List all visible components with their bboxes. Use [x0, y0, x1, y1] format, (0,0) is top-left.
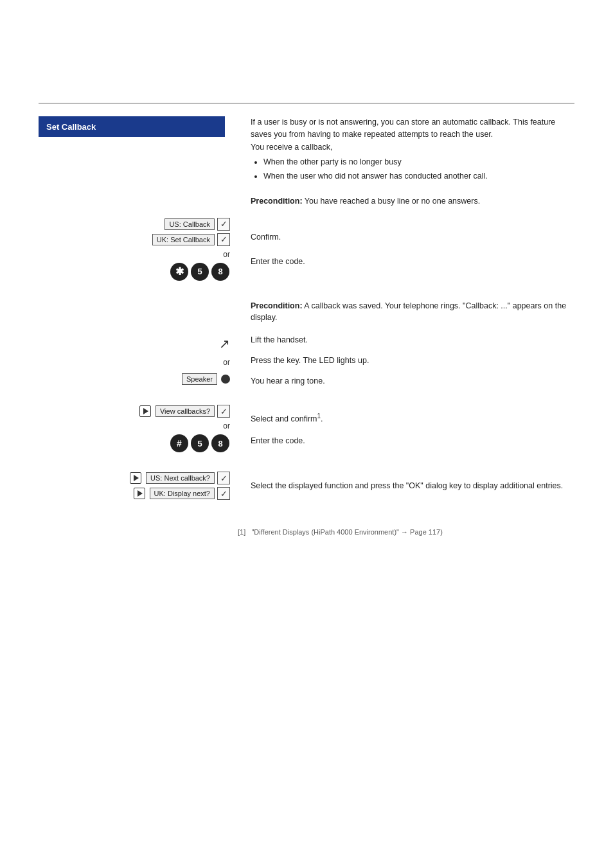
- section2-keys-left: ↗ or Speaker: [39, 333, 238, 388]
- left-column: Set Callback: [39, 103, 238, 184]
- view-callbacks-check: ✓: [217, 405, 230, 418]
- section3-left: View callbacks? ✓ or # 5 8: [39, 402, 238, 455]
- speaker-action: Press the key. The LED lights up.: [251, 356, 574, 365]
- section1-step1: US: Callback ✓ UK: Set Callback ✓ or ✱ 5…: [39, 215, 574, 283]
- top-space: [0, 0, 613, 103]
- play-btn-2: [130, 472, 141, 484]
- section1: Precondition: You have reached a busy li…: [39, 190, 574, 213]
- speaker-key: Speaker: [182, 373, 217, 385]
- section2-precondition: Precondition: A callback was saved. Your…: [251, 300, 574, 324]
- intro-description: If a user is busy or is not answering, y…: [251, 116, 574, 182]
- section4: US: Next callback? ✓ UK: Display next? ✓…: [39, 469, 574, 502]
- section-title: Set Callback: [46, 122, 96, 132]
- or-text-3: or: [223, 421, 230, 430]
- us-next-key: US: Next callback?: [146, 472, 215, 484]
- us-check-icon: ✓: [217, 218, 230, 231]
- hash-btn: #: [170, 434, 188, 452]
- section1-actions-right: Confirm. Enter the code.: [238, 215, 574, 283]
- speaker-led-circle: [221, 375, 230, 384]
- right-column-intro: If a user is busy or is not answering, y…: [238, 103, 574, 184]
- bullet-1: When the other party is no longer busy: [263, 156, 574, 168]
- uk-callback-row: UK: Set Callback ✓: [152, 233, 230, 246]
- uk-next-row: UK: Display next? ✓: [134, 487, 230, 500]
- code-buttons-2: # 5 8: [170, 434, 230, 452]
- section4-action: Select the displayed function and press …: [251, 480, 574, 492]
- play-triangle-1: [143, 408, 148, 414]
- uk-check-icon: ✓: [217, 233, 230, 246]
- section3-actions-right: Select and confirm1. Enter the code.: [238, 402, 574, 455]
- eight-btn-2: 8: [211, 434, 229, 452]
- view-callbacks-row: View callbacks? ✓: [139, 405, 230, 418]
- section1-precondition: Precondition: You have reached a busy li…: [251, 195, 574, 208]
- lift-handset-action: Lift the handset.: [251, 335, 574, 344]
- play-btn-1: [139, 405, 151, 417]
- handset-row: ↗: [219, 336, 230, 351]
- section1-right-precond: Precondition: You have reached a busy li…: [238, 190, 574, 213]
- uk-callback-key: UK: Set Callback: [152, 234, 215, 245]
- section2-left: [39, 295, 238, 330]
- view-callbacks-key: View callbacks?: [155, 405, 215, 417]
- or-text-1: or: [223, 250, 230, 259]
- play-btn-3: [134, 488, 145, 499]
- handset-icon: ↗: [219, 336, 230, 351]
- us-callback-row: US: Callback ✓: [164, 218, 230, 231]
- section3: View callbacks? ✓ or # 5 8 Select and co…: [39, 402, 574, 455]
- five-btn-2: 5: [191, 434, 209, 452]
- section2-right-precond: Precondition: A callback was saved. Your…: [238, 295, 574, 330]
- confirm-action: Confirm.: [251, 233, 574, 242]
- star-btn: ✱: [170, 263, 188, 281]
- enter-code-action-2: Enter the code.: [251, 436, 574, 445]
- section2: Precondition: A callback was saved. Your…: [39, 295, 574, 330]
- section4-actions-right: Select the displayed function and press …: [238, 469, 574, 502]
- page: Set Callback If a user is busy or is not…: [0, 0, 613, 868]
- play-triangle-3: [138, 490, 143, 497]
- section2-actions-right: Lift the handset. Press the key. The LED…: [238, 333, 574, 388]
- main-content: Set Callback If a user is busy or is not…: [39, 103, 574, 184]
- ring-tone-text: You hear a ring tone.: [251, 376, 574, 385]
- uk-next-check: ✓: [217, 487, 230, 500]
- footnote: [1] "Different Displays (HiPath 4000 Env…: [238, 528, 574, 536]
- section2-steps: ↗ or Speaker Lift the handset. Press the…: [39, 333, 574, 388]
- select-confirm-action: Select and confirm1.: [251, 412, 574, 423]
- footnote-section: [1] "Different Displays (HiPath 4000 Env…: [39, 528, 574, 536]
- section4-left: US: Next callback? ✓ UK: Display next? ✓: [39, 469, 238, 502]
- speaker-row: Speaker: [182, 373, 230, 385]
- uk-next-key: UK: Display next?: [150, 488, 215, 499]
- eight-btn-1: 8: [211, 263, 229, 281]
- intro-bullets: When the other party is no longer busy W…: [263, 156, 574, 182]
- us-callback-key: US: Callback: [164, 218, 215, 230]
- section1-left: [39, 190, 238, 213]
- section1-keys-left: US: Callback ✓ UK: Set Callback ✓ or ✱ 5…: [39, 215, 238, 283]
- five-btn-1: 5: [191, 263, 209, 281]
- section-header: Set Callback: [39, 116, 225, 137]
- us-next-row: US: Next callback? ✓: [130, 472, 230, 484]
- play-triangle-2: [134, 475, 139, 481]
- us-next-check: ✓: [217, 472, 230, 484]
- or-text-2: or: [223, 358, 230, 367]
- bullet-2: When the user who did not answer has con…: [263, 170, 574, 182]
- enter-code-action-1: Enter the code.: [251, 257, 574, 266]
- speaker-led-area: [221, 375, 230, 384]
- code-buttons-1: ✱ 5 8: [170, 263, 230, 281]
